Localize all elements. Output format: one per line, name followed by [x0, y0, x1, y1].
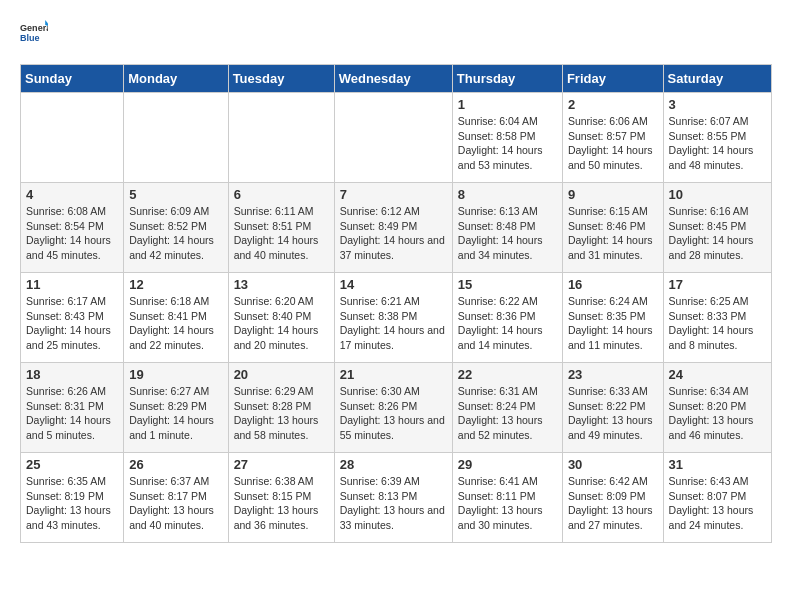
day-info: Sunrise: 6:33 AM Sunset: 8:22 PM Dayligh…: [568, 384, 658, 443]
day-info: Sunrise: 6:41 AM Sunset: 8:11 PM Dayligh…: [458, 474, 557, 533]
day-info: Sunrise: 6:09 AM Sunset: 8:52 PM Dayligh…: [129, 204, 222, 263]
day-info: Sunrise: 6:15 AM Sunset: 8:46 PM Dayligh…: [568, 204, 658, 263]
calendar-cell: 15Sunrise: 6:22 AM Sunset: 8:36 PM Dayli…: [452, 273, 562, 363]
day-info: Sunrise: 6:07 AM Sunset: 8:55 PM Dayligh…: [669, 114, 766, 173]
day-info: Sunrise: 6:35 AM Sunset: 8:19 PM Dayligh…: [26, 474, 118, 533]
calendar-cell: 28Sunrise: 6:39 AM Sunset: 8:13 PM Dayli…: [334, 453, 452, 543]
calendar-cell: 9Sunrise: 6:15 AM Sunset: 8:46 PM Daylig…: [562, 183, 663, 273]
calendar-cell: 20Sunrise: 6:29 AM Sunset: 8:28 PM Dayli…: [228, 363, 334, 453]
weekday-header-wednesday: Wednesday: [334, 65, 452, 93]
day-info: Sunrise: 6:39 AM Sunset: 8:13 PM Dayligh…: [340, 474, 447, 533]
day-number: 29: [458, 457, 557, 472]
weekday-header-row: SundayMondayTuesdayWednesdayThursdayFrid…: [21, 65, 772, 93]
calendar-cell: 12Sunrise: 6:18 AM Sunset: 8:41 PM Dayli…: [124, 273, 228, 363]
day-number: 6: [234, 187, 329, 202]
calendar-cell: 27Sunrise: 6:38 AM Sunset: 8:15 PM Dayli…: [228, 453, 334, 543]
day-info: Sunrise: 6:22 AM Sunset: 8:36 PM Dayligh…: [458, 294, 557, 353]
day-info: Sunrise: 6:17 AM Sunset: 8:43 PM Dayligh…: [26, 294, 118, 353]
header: GeneralBlue: [20, 20, 772, 48]
day-info: Sunrise: 6:26 AM Sunset: 8:31 PM Dayligh…: [26, 384, 118, 443]
weekday-header-tuesday: Tuesday: [228, 65, 334, 93]
day-number: 26: [129, 457, 222, 472]
day-number: 1: [458, 97, 557, 112]
calendar-cell: 3Sunrise: 6:07 AM Sunset: 8:55 PM Daylig…: [663, 93, 771, 183]
svg-text:Blue: Blue: [20, 33, 40, 43]
day-number: 30: [568, 457, 658, 472]
calendar-cell: [334, 93, 452, 183]
day-number: 24: [669, 367, 766, 382]
calendar-cell: [21, 93, 124, 183]
calendar-cell: 13Sunrise: 6:20 AM Sunset: 8:40 PM Dayli…: [228, 273, 334, 363]
calendar-cell: 8Sunrise: 6:13 AM Sunset: 8:48 PM Daylig…: [452, 183, 562, 273]
calendar-cell: [124, 93, 228, 183]
day-number: 20: [234, 367, 329, 382]
weekday-header-saturday: Saturday: [663, 65, 771, 93]
day-info: Sunrise: 6:42 AM Sunset: 8:09 PM Dayligh…: [568, 474, 658, 533]
day-info: Sunrise: 6:34 AM Sunset: 8:20 PM Dayligh…: [669, 384, 766, 443]
day-number: 19: [129, 367, 222, 382]
day-number: 10: [669, 187, 766, 202]
calendar-cell: 16Sunrise: 6:24 AM Sunset: 8:35 PM Dayli…: [562, 273, 663, 363]
calendar-cell: 30Sunrise: 6:42 AM Sunset: 8:09 PM Dayli…: [562, 453, 663, 543]
day-number: 25: [26, 457, 118, 472]
day-number: 8: [458, 187, 557, 202]
day-number: 14: [340, 277, 447, 292]
calendar-week-row: 25Sunrise: 6:35 AM Sunset: 8:19 PM Dayli…: [21, 453, 772, 543]
logo: GeneralBlue: [20, 20, 48, 48]
weekday-header-sunday: Sunday: [21, 65, 124, 93]
calendar-week-row: 1Sunrise: 6:04 AM Sunset: 8:58 PM Daylig…: [21, 93, 772, 183]
day-number: 4: [26, 187, 118, 202]
day-number: 7: [340, 187, 447, 202]
calendar-cell: 5Sunrise: 6:09 AM Sunset: 8:52 PM Daylig…: [124, 183, 228, 273]
calendar-cell: 6Sunrise: 6:11 AM Sunset: 8:51 PM Daylig…: [228, 183, 334, 273]
calendar-cell: 24Sunrise: 6:34 AM Sunset: 8:20 PM Dayli…: [663, 363, 771, 453]
day-number: 22: [458, 367, 557, 382]
weekday-header-monday: Monday: [124, 65, 228, 93]
day-info: Sunrise: 6:16 AM Sunset: 8:45 PM Dayligh…: [669, 204, 766, 263]
day-info: Sunrise: 6:20 AM Sunset: 8:40 PM Dayligh…: [234, 294, 329, 353]
calendar-cell: 21Sunrise: 6:30 AM Sunset: 8:26 PM Dayli…: [334, 363, 452, 453]
day-info: Sunrise: 6:21 AM Sunset: 8:38 PM Dayligh…: [340, 294, 447, 353]
calendar-cell: 14Sunrise: 6:21 AM Sunset: 8:38 PM Dayli…: [334, 273, 452, 363]
day-number: 12: [129, 277, 222, 292]
calendar-cell: 17Sunrise: 6:25 AM Sunset: 8:33 PM Dayli…: [663, 273, 771, 363]
day-number: 3: [669, 97, 766, 112]
svg-text:General: General: [20, 23, 48, 33]
day-number: 23: [568, 367, 658, 382]
calendar-cell: 22Sunrise: 6:31 AM Sunset: 8:24 PM Dayli…: [452, 363, 562, 453]
weekday-header-thursday: Thursday: [452, 65, 562, 93]
calendar-cell: 10Sunrise: 6:16 AM Sunset: 8:45 PM Dayli…: [663, 183, 771, 273]
calendar-cell: 23Sunrise: 6:33 AM Sunset: 8:22 PM Dayli…: [562, 363, 663, 453]
day-number: 28: [340, 457, 447, 472]
calendar-cell: 2Sunrise: 6:06 AM Sunset: 8:57 PM Daylig…: [562, 93, 663, 183]
day-info: Sunrise: 6:13 AM Sunset: 8:48 PM Dayligh…: [458, 204, 557, 263]
day-info: Sunrise: 6:25 AM Sunset: 8:33 PM Dayligh…: [669, 294, 766, 353]
calendar-cell: 4Sunrise: 6:08 AM Sunset: 8:54 PM Daylig…: [21, 183, 124, 273]
day-info: Sunrise: 6:30 AM Sunset: 8:26 PM Dayligh…: [340, 384, 447, 443]
calendar-week-row: 18Sunrise: 6:26 AM Sunset: 8:31 PM Dayli…: [21, 363, 772, 453]
day-info: Sunrise: 6:12 AM Sunset: 8:49 PM Dayligh…: [340, 204, 447, 263]
calendar-cell: 18Sunrise: 6:26 AM Sunset: 8:31 PM Dayli…: [21, 363, 124, 453]
calendar-cell: 25Sunrise: 6:35 AM Sunset: 8:19 PM Dayli…: [21, 453, 124, 543]
calendar-table: SundayMondayTuesdayWednesdayThursdayFrid…: [20, 64, 772, 543]
day-info: Sunrise: 6:08 AM Sunset: 8:54 PM Dayligh…: [26, 204, 118, 263]
day-info: Sunrise: 6:06 AM Sunset: 8:57 PM Dayligh…: [568, 114, 658, 173]
calendar-cell: [228, 93, 334, 183]
day-info: Sunrise: 6:38 AM Sunset: 8:15 PM Dayligh…: [234, 474, 329, 533]
day-number: 18: [26, 367, 118, 382]
calendar-cell: 29Sunrise: 6:41 AM Sunset: 8:11 PM Dayli…: [452, 453, 562, 543]
day-info: Sunrise: 6:04 AM Sunset: 8:58 PM Dayligh…: [458, 114, 557, 173]
day-info: Sunrise: 6:37 AM Sunset: 8:17 PM Dayligh…: [129, 474, 222, 533]
day-info: Sunrise: 6:24 AM Sunset: 8:35 PM Dayligh…: [568, 294, 658, 353]
day-info: Sunrise: 6:29 AM Sunset: 8:28 PM Dayligh…: [234, 384, 329, 443]
day-info: Sunrise: 6:18 AM Sunset: 8:41 PM Dayligh…: [129, 294, 222, 353]
calendar-cell: 11Sunrise: 6:17 AM Sunset: 8:43 PM Dayli…: [21, 273, 124, 363]
day-number: 21: [340, 367, 447, 382]
day-info: Sunrise: 6:31 AM Sunset: 8:24 PM Dayligh…: [458, 384, 557, 443]
day-info: Sunrise: 6:11 AM Sunset: 8:51 PM Dayligh…: [234, 204, 329, 263]
weekday-header-friday: Friday: [562, 65, 663, 93]
day-number: 16: [568, 277, 658, 292]
day-number: 15: [458, 277, 557, 292]
day-info: Sunrise: 6:27 AM Sunset: 8:29 PM Dayligh…: [129, 384, 222, 443]
calendar-cell: 7Sunrise: 6:12 AM Sunset: 8:49 PM Daylig…: [334, 183, 452, 273]
